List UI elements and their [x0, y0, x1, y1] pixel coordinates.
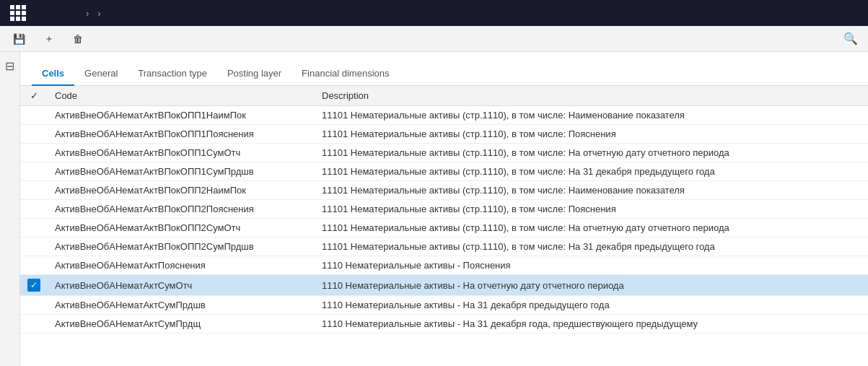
search-button[interactable]: 🔍 [841, 29, 861, 48]
table-row[interactable]: АктивВнеОбАНематАктВПокОПП2СумПрдшв11101… [20, 238, 868, 256]
row-description: 11101 Нематериальные активы (стр.1110), … [315, 125, 868, 144]
row-checkbox[interactable] [20, 125, 48, 144]
row-code: АктивВнеОбАНематАктВПокОПП2НаимПок [48, 181, 315, 200]
row-code: АктивВнеОбАНематАктВПокОПП2СумПрдшв [48, 238, 315, 256]
copy-button[interactable] [96, 36, 108, 42]
row-code: АктивВнеОбАНематАктВПокОПП2СумОтч [48, 219, 315, 238]
save-icon: 💾 [13, 33, 25, 45]
row-checkbox[interactable] [20, 162, 48, 181]
row-description: 1110 Нематериальные активы - На 31 декаб… [315, 296, 868, 315]
main-content-area: CellsGeneralTransaction typePosting laye… [20, 52, 868, 366]
row-code: АктивВнеОбАНематАктВПокОПП1СумОтч [48, 144, 315, 162]
new-icon: ＋ [44, 32, 54, 45]
delete-icon: 🗑 [73, 33, 83, 45]
code-column-header[interactable]: Code [48, 86, 315, 106]
row-checkbox[interactable] [20, 256, 48, 275]
table-row[interactable]: АктивВнеОбАНематАктВПокОПП1СумПрдшв11101… [20, 162, 868, 181]
row-code: АктивВнеОбАНематАктПояснения [48, 256, 315, 275]
table-row[interactable]: АктивВнеОбАНематАктПояснения1110 Нематер… [20, 256, 868, 275]
row-code: АктивВнеОбАНематАктСумПрдшв [48, 296, 315, 315]
breadcrumb-separator-1: › [86, 8, 89, 19]
table-row[interactable]: ✓АктивВнеОбАНематАктСумОтч1110 Нематериа… [20, 275, 868, 296]
save-button[interactable]: 💾 [7, 30, 34, 48]
waffle-menu[interactable] [7, 2, 29, 24]
data-table-container[interactable]: ✓ Code Description АктивВнеОбАНематАктВП… [20, 86, 868, 366]
row-checkbox[interactable] [20, 181, 48, 200]
row-checkbox[interactable] [20, 296, 48, 315]
row-description: 11101 Нематериальные активы (стр.1110), … [315, 106, 868, 125]
row-description: 11101 Нематериальные активы (стр.1110), … [315, 200, 868, 219]
row-description: 11101 Нематериальные активы (стр.1110), … [315, 162, 868, 181]
row-description: 11101 Нематериальные активы (стр.1110), … [315, 238, 868, 256]
row-description: 11101 Нематериальные активы (стр.1110), … [315, 181, 868, 200]
table-row[interactable]: АктивВнеОбАНематАктСумПрдшв1110 Нематери… [20, 296, 868, 315]
check-column-header: ✓ [20, 86, 48, 106]
row-code: АктивВнеОбАНематАктВПокОПП1СумПрдшв [48, 162, 315, 181]
row-description: 1110 Нематериальные активы - На 31 декаб… [315, 315, 868, 334]
row-checkbox[interactable] [20, 219, 48, 238]
check-mark: ✓ [27, 279, 40, 292]
table-row[interactable]: АктивВнеОбАНематАктВПокОПП2Пояснения1110… [20, 200, 868, 219]
row-description: 11101 Нематериальные активы (стр.1110), … [315, 219, 868, 238]
tab-transaction-type[interactable]: Transaction type [128, 62, 217, 86]
top-navigation-bar: › › [0, 0, 868, 26]
row-description: 1110 Нематериальные активы - Пояснения [315, 256, 868, 275]
breadcrumb: › › [82, 8, 105, 19]
table-row[interactable]: АктивВнеОбАНематАктВПокОПП1СумОтч11101 Н… [20, 144, 868, 162]
row-code: АктивВнеОбАНематАктВПокОПП1Пояснения [48, 125, 315, 144]
filter-icon[interactable]: ⊟ [5, 59, 14, 73]
table-header-row: ✓ Code Description [20, 86, 868, 106]
table-row[interactable]: АктивВнеОбАНематАктВПокОПП2НаимПок11101 … [20, 181, 868, 200]
tab-cells[interactable]: Cells [32, 62, 74, 86]
waffle-icon [10, 5, 26, 21]
row-checkbox[interactable]: ✓ [20, 275, 48, 296]
row-code: АктивВнеОбАНематАктВПокОПП2Пояснения [48, 200, 315, 219]
page-header [20, 52, 868, 62]
row-checkbox[interactable] [20, 315, 48, 334]
row-code: АктивВнеОбАНематАктСумОтч [48, 275, 315, 296]
description-column-header[interactable]: Description [315, 86, 868, 106]
tab-bar: CellsGeneralTransaction typePosting laye… [20, 62, 868, 86]
delete-button[interactable]: 🗑 [67, 30, 92, 48]
row-checkbox[interactable] [20, 238, 48, 256]
breadcrumb-separator-2: › [97, 8, 100, 19]
row-code: АктивВнеОбАНематАктСумПрдщ [48, 315, 315, 334]
table-row[interactable]: АктивВнеОбАНематАктВПокОПП1НаимПок11101 … [20, 106, 868, 125]
row-checkbox[interactable] [20, 106, 48, 125]
row-checkbox[interactable] [20, 200, 48, 219]
tab-posting-layer[interactable]: Posting layer [217, 62, 291, 86]
data-table: ✓ Code Description АктивВнеОбАНематАктВП… [20, 86, 868, 334]
table-body: АктивВнеОбАНематАктВПокОПП1НаимПок11101 … [20, 106, 868, 334]
action-toolbar: 💾 ＋ 🗑 🔍 [0, 26, 868, 52]
options-button[interactable] [112, 36, 123, 42]
row-checkbox[interactable] [20, 144, 48, 162]
row-description: 1110 Нематериальные активы - На отчетную… [315, 275, 868, 296]
table-row[interactable]: АктивВнеОбАНематАктСумПрдщ1110 Нематериа… [20, 315, 868, 334]
table-row[interactable]: АктивВнеОбАНематАктВПокОПП1Пояснения1110… [20, 125, 868, 144]
row-code: АктивВнеОбАНематАктВПокОПП1НаимПок [48, 106, 315, 125]
table-row[interactable]: АктивВнеОбАНематАктВПокОПП2СумОтч11101 Н… [20, 219, 868, 238]
new-button[interactable]: ＋ [38, 30, 63, 48]
side-filter-panel: ⊟ [0, 52, 20, 366]
row-description: 11101 Нематериальные активы (стр.1110), … [315, 144, 868, 162]
page-container: ⊟ CellsGeneralTransaction typePosting la… [0, 52, 868, 366]
tab-general[interactable]: General [74, 62, 128, 86]
search-icon: 🔍 [843, 32, 858, 45]
tab-financial-dimensions[interactable]: Financial dimensions [291, 62, 399, 86]
